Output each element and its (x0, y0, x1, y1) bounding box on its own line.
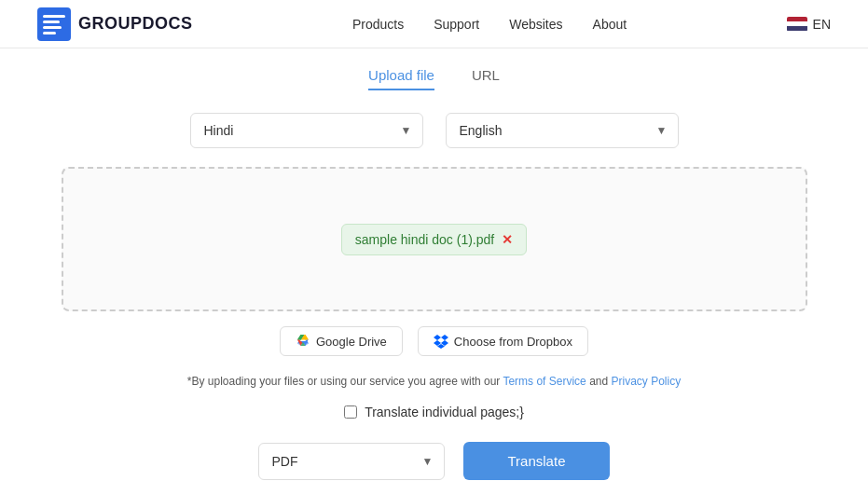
nav-products[interactable]: Products (352, 17, 404, 32)
nav-support[interactable]: Support (434, 17, 479, 32)
file-chip: sample hindi doc (1).pdf ✕ (341, 224, 527, 255)
dropdowns-row: Hindi English French German Spanish Chin… (117, 113, 751, 148)
svg-rect-4 (43, 32, 56, 34)
google-drive-label: Google Drive (316, 335, 387, 349)
source-lang-wrapper: Hindi English French German Spanish Chin… (190, 113, 423, 148)
translate-pages-checkbox[interactable] (344, 405, 357, 419)
dropbox-icon (434, 334, 448, 349)
google-drive-button[interactable]: Google Drive (280, 326, 403, 356)
tos-before: *By uploading your files or using our se… (187, 375, 503, 388)
translate-button[interactable]: Translate (463, 442, 611, 480)
svg-rect-3 (43, 26, 62, 29)
lang-text: EN (813, 17, 831, 32)
logo-area: GROUPDOCS (37, 7, 193, 41)
nav: Products Support Websites About (352, 17, 627, 32)
checkbox-row: Translate individual pages;} (344, 405, 524, 419)
cloud-buttons: Google Drive Choose from Dropbox (280, 326, 588, 356)
logo-icon (37, 7, 71, 41)
target-lang-select[interactable]: English Hindi French German Spanish Chin… (446, 113, 679, 148)
lang-selector[interactable]: EN (787, 17, 831, 32)
dropbox-label: Choose from Dropbox (454, 335, 572, 349)
google-drive-icon (296, 334, 310, 349)
drop-zone[interactable]: sample hindi doc (1).pdf ✕ (62, 167, 807, 311)
logo-text: GROUPDOCS (78, 14, 193, 34)
format-select[interactable]: PDF DOCX TXT HTML (258, 443, 445, 480)
privacy-link[interactable]: Privacy Policy (612, 375, 682, 388)
format-select-wrapper: PDF DOCX TXT HTML ▼ (258, 443, 445, 480)
nav-about[interactable]: About (593, 17, 627, 32)
target-lang-wrapper: English Hindi French German Spanish Chin… (446, 113, 679, 148)
file-name: sample hindi doc (1).pdf (355, 232, 494, 247)
header: GROUPDOCS Products Support Websites Abou… (0, 0, 868, 48)
tos-middle: and (586, 375, 612, 388)
tos-text: *By uploading your files or using our se… (187, 375, 681, 388)
main-content: Upload file URL Hindi English French Ger… (0, 48, 868, 481)
nav-websites[interactable]: Websites (509, 17, 562, 32)
tabs: Upload file URL (368, 67, 500, 90)
tab-upload[interactable]: Upload file (368, 67, 434, 90)
flag-icon (787, 17, 807, 32)
svg-rect-1 (43, 15, 65, 18)
translate-pages-label[interactable]: Translate individual pages;} (365, 405, 524, 419)
source-lang-select[interactable]: Hindi English French German Spanish Chin… (190, 113, 423, 148)
tos-link[interactable]: Terms of Service (503, 375, 586, 388)
file-remove-button[interactable]: ✕ (502, 233, 513, 246)
dropbox-button[interactable]: Choose from Dropbox (418, 326, 588, 356)
svg-rect-2 (43, 21, 60, 23)
bottom-row: PDF DOCX TXT HTML ▼ Translate (258, 442, 611, 480)
tab-url[interactable]: URL (472, 67, 500, 90)
svg-rect-0 (37, 7, 71, 41)
